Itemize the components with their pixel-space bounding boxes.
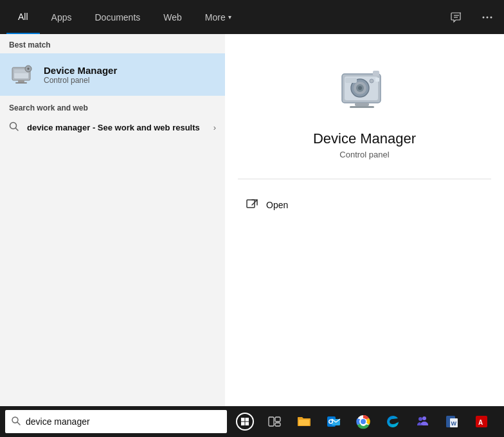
web-search-text: device manager - See work and web result… (27, 123, 213, 132)
tab-web[interactable]: Web (152, 0, 194, 34)
file-explorer-icon (296, 414, 312, 429)
teams-icon (415, 414, 430, 429)
chrome-icon (356, 414, 371, 429)
divider (238, 179, 491, 179)
outlook-button[interactable] (320, 407, 348, 436)
svg-rect-24 (350, 106, 374, 108)
left-panel: Best match Device Manager (0, 34, 225, 411)
svg-point-42 (422, 416, 426, 420)
device-manager-small-icon (9, 61, 36, 88)
taskbar-search-box[interactable] (5, 410, 227, 433)
svg-point-39 (330, 420, 332, 423)
svg-rect-32 (269, 417, 274, 426)
svg-point-22 (370, 79, 374, 83)
ellipsis-icon (482, 12, 493, 23)
svg-line-12 (16, 129, 19, 131)
taskbar-search-icon (12, 416, 21, 427)
svg-rect-30 (241, 422, 245, 426)
best-match-title: Device Manager (44, 65, 117, 76)
svg-rect-21 (345, 78, 357, 83)
tab-apps[interactable]: Apps (40, 0, 84, 34)
tab-more-label: More (205, 12, 226, 22)
open-label: Open (266, 200, 288, 210)
query-bold: device manager (27, 123, 90, 132)
tab-more[interactable]: More ▾ (194, 0, 243, 34)
edge-button[interactable] (379, 407, 407, 436)
taskbar-search-input[interactable] (26, 416, 221, 427)
teams-button[interactable] (408, 407, 437, 436)
windows-icon (236, 413, 254, 431)
web-search-query: device manager - See work and web result… (27, 123, 213, 132)
open-action[interactable]: Open (238, 192, 491, 218)
feedback-button[interactable] (446, 7, 467, 28)
app-name: Device Manager (313, 130, 416, 147)
svg-rect-29 (246, 418, 249, 422)
svg-text:W: W (451, 420, 457, 427)
word-icon: W (444, 414, 460, 429)
app-type: Control panel (339, 150, 389, 159)
acrobat-icon: A (474, 414, 489, 429)
best-match-label: Best match (0, 34, 225, 53)
svg-rect-28 (241, 418, 245, 422)
more-options-button[interactable] (477, 7, 498, 28)
svg-point-18 (358, 86, 362, 90)
tab-apps-label: Apps (51, 12, 72, 22)
svg-rect-34 (275, 423, 280, 426)
search-overlay: All Apps Documents Web More ▾ (0, 0, 504, 411)
right-panel: Device Manager Control panel Open (225, 34, 504, 411)
open-icon (244, 197, 260, 213)
tab-all-label: All (18, 12, 28, 22)
svg-point-41 (361, 419, 366, 424)
svg-rect-10 (15, 82, 27, 84)
acrobat-button[interactable]: A (467, 407, 496, 436)
outlook-icon (326, 414, 341, 429)
svg-line-27 (17, 422, 20, 425)
tab-all[interactable]: All (6, 0, 40, 34)
best-match-subtitle: Control panel (44, 76, 117, 85)
word-button[interactable]: W (438, 407, 466, 436)
tab-web-label: Web (163, 12, 182, 22)
search-web-label: Search work and web (0, 96, 225, 116)
svg-rect-31 (246, 422, 249, 426)
search-content: Best match Device Manager (0, 34, 504, 411)
svg-point-43 (419, 417, 422, 421)
svg-point-2 (483, 16, 485, 18)
svg-rect-33 (275, 417, 280, 422)
best-match-text: Device Manager Control panel (44, 65, 117, 85)
task-view-icon (267, 415, 282, 429)
file-explorer-button[interactable] (290, 407, 318, 436)
task-view-button[interactable] (260, 407, 289, 436)
query-suffix: - See work and web results (90, 123, 200, 132)
svg-rect-19 (373, 71, 379, 76)
svg-point-4 (491, 16, 492, 18)
svg-rect-20 (375, 78, 379, 82)
svg-rect-9 (18, 80, 24, 82)
svg-text:A: A (478, 419, 483, 426)
feedback-icon (451, 12, 462, 23)
taskbar-icon-area: W A (231, 407, 496, 436)
svg-point-3 (487, 16, 489, 18)
search-nav: All Apps Documents Web More ▾ (0, 0, 504, 34)
tab-documents-label: Documents (94, 12, 140, 22)
start-button[interactable] (231, 407, 259, 436)
device-manager-large-icon (336, 60, 393, 118)
taskbar: W A (0, 406, 504, 437)
svg-rect-23 (355, 103, 369, 106)
edge-icon (385, 414, 401, 429)
chevron-down-icon: ▾ (228, 13, 231, 21)
best-match-item[interactable]: Device Manager Control panel (0, 53, 225, 96)
svg-rect-35 (299, 420, 309, 425)
tab-documents[interactable]: Documents (83, 0, 152, 34)
chrome-button[interactable] (349, 407, 377, 436)
chevron-right-icon: › (213, 123, 216, 132)
search-icon (9, 121, 21, 133)
nav-right-icons (446, 7, 498, 28)
web-search-item[interactable]: device manager - See work and web result… (0, 116, 225, 138)
